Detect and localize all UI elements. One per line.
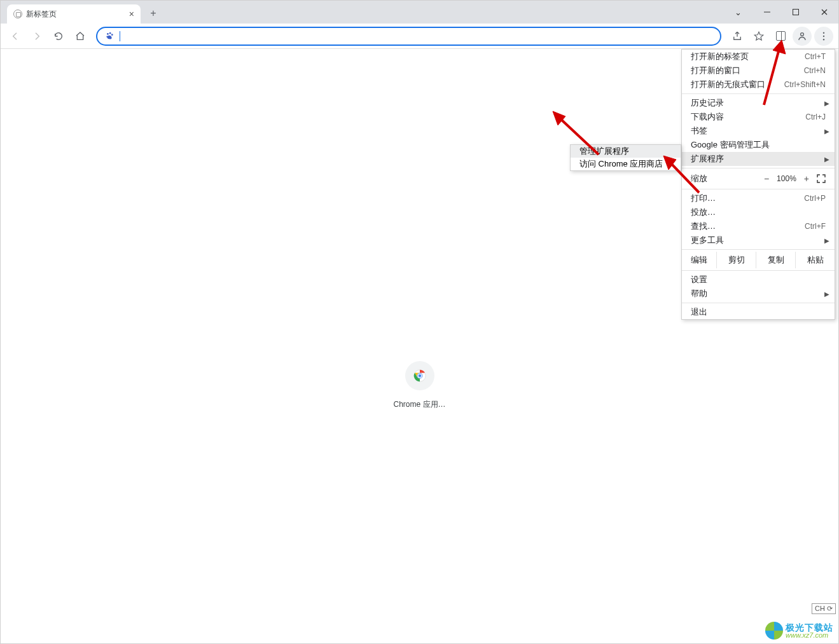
ime-indicator[interactable]: CH ⟳ (812, 603, 836, 614)
home-button[interactable] (71, 27, 90, 46)
close-icon[interactable]: × (129, 9, 134, 19)
globe-icon (13, 10, 22, 18)
omnibox-input[interactable] (125, 31, 712, 41)
watermark-logo-icon (765, 622, 783, 640)
titlebar: 新标签页 × + ⌄ (1, 1, 838, 24)
svg-point-8 (801, 32, 804, 36)
baidu-paw-icon (105, 31, 114, 41)
menu-cast[interactable]: 投放… (682, 205, 835, 219)
svg-point-4 (107, 33, 109, 35)
menu-print[interactable]: 打印…Ctrl+P (682, 191, 835, 205)
svg-point-11 (823, 39, 824, 40)
new-tab-button[interactable]: + (144, 4, 162, 22)
zoom-value: 100% (777, 174, 796, 183)
chevron-down-icon[interactable]: ⌄ (724, 1, 752, 24)
svg-line-17 (670, 162, 699, 193)
tab-title: 新标签页 (26, 9, 57, 20)
svg-point-14 (418, 374, 422, 378)
browser-tab[interactable]: 新标签页 × (7, 4, 141, 24)
address-bar[interactable] (96, 27, 721, 46)
menu-more-tools[interactable]: 更多工具▶ (682, 233, 835, 247)
svg-marker-20 (773, 40, 786, 54)
menu-help[interactable]: 帮助▶ (682, 287, 835, 301)
watermark-title: 极光下载站 (786, 623, 833, 632)
kebab-menu-icon[interactable] (814, 27, 833, 46)
svg-point-6 (111, 34, 113, 36)
menu-passwords[interactable]: Google 密码管理工具 (682, 138, 835, 152)
profile-icon[interactable] (793, 27, 812, 46)
forward-button[interactable] (27, 27, 46, 46)
annotation-arrow (660, 153, 704, 198)
fullscreen-icon[interactable] (817, 174, 826, 183)
window-controls: ⌄ (724, 1, 838, 24)
cut-button[interactable]: 剪切 (716, 252, 756, 268)
svg-line-15 (559, 118, 599, 154)
minimize-button[interactable] (752, 1, 781, 24)
share-icon[interactable] (728, 27, 747, 46)
edit-label: 编辑 (682, 254, 716, 266)
annotation-arrow (548, 110, 605, 161)
paste-button[interactable]: 粘贴 (795, 252, 835, 268)
menu-zoom: 缩放 − 100% + (682, 170, 835, 187)
svg-rect-1 (793, 10, 798, 15)
menu-edit-row: 编辑 剪切 复制 粘贴 (682, 252, 835, 268)
zoom-in-button[interactable]: + (804, 174, 809, 184)
back-button[interactable] (6, 27, 25, 46)
svg-point-10 (823, 35, 824, 36)
menu-find[interactable]: 查找…Ctrl+F (682, 219, 835, 233)
svg-point-9 (823, 32, 824, 33)
copy-button[interactable]: 复制 (756, 252, 795, 268)
menu-exit[interactable]: 退出 (682, 305, 835, 319)
reload-button[interactable] (49, 27, 68, 46)
chevron-right-icon: ▶ (824, 291, 829, 298)
chevron-right-icon: ▶ (824, 237, 829, 244)
chrome-apps-shortcut[interactable]: Chrome 应用… (393, 361, 445, 410)
chevron-right-icon: ▶ (824, 156, 829, 163)
menu-settings[interactable]: 设置 (682, 273, 835, 287)
menu-extensions[interactable]: 扩展程序▶ (682, 152, 835, 166)
svg-line-19 (764, 49, 779, 105)
chrome-logo-icon (405, 361, 434, 390)
close-window-button[interactable] (810, 1, 838, 24)
watermark: 极光下载站 www.xz7.com (765, 622, 833, 640)
text-caret (120, 31, 120, 41)
svg-point-5 (109, 32, 111, 34)
annotation-arrow (758, 39, 789, 109)
menu-bookmarks[interactable]: 书签▶ (682, 124, 835, 138)
watermark-url: www.xz7.com (786, 632, 833, 639)
zoom-out-button[interactable]: − (764, 174, 769, 184)
toolbar (1, 24, 838, 49)
shortcut-label: Chrome 应用… (393, 399, 445, 410)
maximize-button[interactable] (781, 1, 810, 24)
chevron-right-icon: ▶ (824, 128, 829, 135)
chevron-right-icon: ▶ (824, 100, 829, 107)
menu-downloads[interactable]: 下载内容Ctrl+J (682, 110, 835, 124)
